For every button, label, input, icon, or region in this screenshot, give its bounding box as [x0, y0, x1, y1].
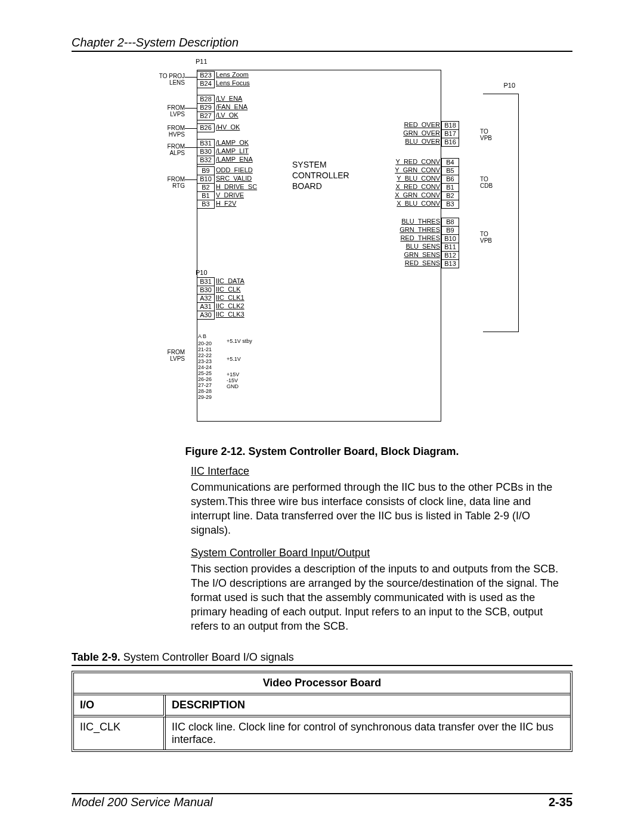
signal-X_GRN_CONV: X_GRN_CONV: [394, 191, 440, 199]
body-column: IIC Interface Communications are perform…: [191, 465, 566, 633]
iic-interface-heading: IIC Interface: [191, 465, 566, 478]
signal-/LAMP_OK: /LAMP_OK: [216, 139, 249, 147]
iic-interface-paragraph: Communications are performed through the…: [191, 480, 566, 537]
signal-RED_SENS: RED_SENS: [394, 259, 440, 267]
signal-GRN_SENS: GRN_SENS: [394, 251, 440, 259]
pwr-stby: +5.1V stby: [227, 338, 252, 344]
pin-B9: B9: [441, 226, 459, 235]
power-row: 26-26: [198, 376, 212, 382]
signal-IIC_CLK: IIC_CLK: [216, 286, 241, 293]
pin-B2: B2: [197, 183, 215, 192]
src-hvps: FROMHVPS: [149, 125, 185, 138]
table-col-desc: DESCRIPTION: [166, 695, 570, 717]
signal-BLU_SENS: BLU_SENS: [394, 243, 440, 250]
table-caption: Table 2-9. System Controller Board I/O s…: [72, 651, 572, 666]
signal-ODD_FIELD: ODD_FIELD: [216, 166, 253, 174]
signal-GRN_OVER: GRN_OVER: [394, 129, 440, 137]
pwr-15v: +15V: [227, 371, 239, 377]
signal-/LAMP_LIT: /LAMP_LIT: [216, 147, 249, 155]
src-lvps2: FROMLVPS: [149, 349, 185, 362]
power-row: 23-23: [198, 358, 212, 364]
power-row: 22-22: [198, 352, 212, 358]
block-diagram: P11 P10 P10 SYSTEM CONTROLLER BOARD TO P…: [149, 64, 483, 433]
footer-manual-title: Model 200 Service Manual: [72, 795, 213, 809]
signal-IIC_CLK2: IIC_CLK2: [216, 302, 244, 310]
pin-B23: B23: [197, 71, 215, 80]
power-row: 28-28: [198, 388, 212, 394]
pin-B28: B28: [197, 95, 215, 104]
scb-io-paragraph: This section provides a description of t…: [191, 562, 566, 633]
power-row: 27-27: [198, 382, 212, 388]
pin-B29: B29: [197, 103, 215, 112]
power-row: 24-24: [198, 364, 212, 370]
pwr-neg15v: -15V: [227, 377, 238, 383]
pin-B31: B31: [197, 277, 215, 286]
pin-B11: B11: [441, 243, 459, 252]
page-container: Chapter 2---System Description P11 P10 P…: [0, 0, 644, 833]
io-signals-table: Video Processor Board I/O DESCRIPTION II…: [72, 671, 572, 752]
pin-A32: A32: [197, 294, 215, 303]
pin-B10: B10: [197, 175, 215, 184]
dst-vpb: TOVPB: [480, 128, 492, 141]
pin-B26: B26: [197, 123, 215, 132]
pin-B1: B1: [441, 183, 459, 192]
pin-A30: A30: [197, 311, 215, 320]
signal-/LV_ENA: /LV_ENA: [216, 95, 242, 103]
signal-IIC_DATA: IIC_DATA: [216, 277, 244, 285]
signal-/HV_OK: /HV_OK: [216, 123, 240, 131]
signal-RED_OVER: RED_OVER: [394, 121, 440, 129]
table-row-io: IIC_CLK: [74, 717, 166, 750]
footer-page-number: 2-35: [549, 795, 572, 809]
signal-X_BLU_CONV: X_BLU_CONV: [394, 200, 440, 208]
signal-BLU_OVER: BLU_OVER: [394, 138, 440, 145]
power-row: 20-20: [198, 340, 212, 346]
pin-B9: B9: [197, 166, 215, 175]
pin-B18: B18: [441, 121, 459, 130]
src-alps: FROMALPS: [149, 143, 185, 156]
signal-X_RED_CONV: X_RED_CONV: [394, 183, 440, 191]
pin-B3: B3: [441, 200, 459, 209]
pin-B4: B4: [441, 158, 459, 167]
power-row: 25-25: [198, 370, 212, 376]
table-col-io: I/O: [74, 695, 166, 717]
scb-title: SYSTEM CONTROLLER BOARD: [292, 159, 349, 191]
pin-B12: B12: [441, 251, 459, 260]
pin-B5: B5: [441, 166, 459, 175]
pin-B6: B6: [441, 175, 459, 184]
signal-/LV_OK: /LV_OK: [216, 112, 239, 119]
pin-B27: B27: [197, 112, 215, 120]
figure-caption: Figure 2-12. System Controller Board, Bl…: [72, 445, 572, 458]
pin-B31: B31: [197, 139, 215, 148]
pin-A31: A31: [197, 302, 215, 311]
signal-GRN_THRES: GRN_THRES: [394, 226, 440, 234]
pin-B2: B2: [441, 191, 459, 200]
p11-label: P11: [196, 58, 208, 66]
p10-right-label: P10: [503, 82, 515, 89]
pin-B24: B24: [197, 79, 215, 88]
dst-vpb2: TOVPB: [480, 231, 492, 244]
pin-B32: B32: [197, 156, 215, 165]
signal-Y_BLU_CONV: Y_BLU_CONV: [394, 175, 440, 182]
pin-B10: B10: [441, 234, 459, 243]
pwr-5v: +5.1V: [227, 356, 241, 362]
signal-Y_RED_CONV: Y_RED_CONV: [394, 158, 440, 166]
pin-B16: B16: [441, 138, 459, 147]
signal-Y_GRN_CONV: Y_GRN_CONV: [394, 166, 440, 174]
pin-B30: B30: [197, 286, 215, 295]
pin-B3: B3: [197, 200, 215, 209]
signal-IIC_CLK1: IIC_CLK1: [216, 294, 244, 302]
signal-/LAMP_ENA: /LAMP_ENA: [216, 156, 253, 163]
signal-IIC_CLK3: IIC_CLK3: [216, 311, 244, 318]
p10-left-label: P10: [196, 269, 208, 277]
src-proj-lens: TO PROJLENS: [149, 73, 185, 86]
pin-B30: B30: [197, 147, 215, 156]
dst-cdb: TOCDB: [480, 176, 493, 189]
pwr-gnd: GND: [227, 383, 239, 389]
page-footer: Model 200 Service Manual 2-35: [72, 793, 572, 809]
signal-Lens Focus: Lens Focus: [216, 79, 250, 87]
pin-B1: B1: [197, 191, 215, 200]
signal-/FAN_ENA: /FAN_ENA: [216, 103, 247, 111]
pin-B8: B8: [441, 218, 459, 227]
src-rtg: FROMRTG: [149, 176, 185, 189]
pin-B13: B13: [441, 259, 459, 268]
